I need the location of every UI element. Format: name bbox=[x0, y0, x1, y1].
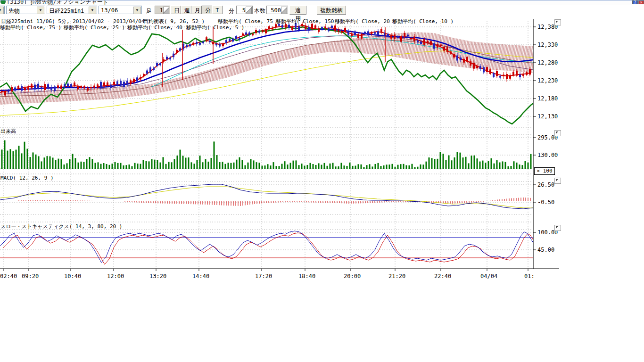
x-axis-label: 02:40 bbox=[0, 273, 17, 280]
x-axis-label: 20:00 bbox=[344, 273, 361, 280]
x-axis-label: 13:20 bbox=[149, 273, 166, 280]
volume-panel-resize-button[interactable] bbox=[554, 130, 561, 136]
macd-panel-label: MACD( 12, 26, 9 ) bbox=[0, 175, 54, 181]
indicator-legend-row-1: 日経225mini 13/06( 5分, 2013/04/02 - 2013/0… bbox=[0, 18, 533, 24]
x-axis-label: 01: bbox=[524, 273, 535, 280]
y-axis-label: 45.00 bbox=[537, 247, 554, 253]
x-axis-label: 09:20 bbox=[22, 273, 39, 280]
y-axis-label: 26.50 bbox=[537, 181, 554, 188]
volume-multiplier-badge: × 100 bbox=[534, 167, 555, 175]
x-axis-label: 21:20 bbox=[388, 273, 405, 280]
legend-item: 移動平均( Close, 40 ) bbox=[127, 24, 189, 31]
chart-window: [3130] 指数先物/オプションチャート ? × ▼ 先物 ▼ 日経225mi… bbox=[0, 0, 644, 362]
y-axis-label: 12,180 bbox=[537, 95, 558, 102]
indicator-legend-row-2: 移動平均( Close, 75 )移動平均( Close, 25 )移動平均( … bbox=[0, 24, 533, 30]
legend-item: 移動平均( Close, 25 ) bbox=[64, 24, 125, 31]
y-axis-label: 12,130 bbox=[537, 113, 558, 120]
x-axis-label: 18:40 bbox=[298, 273, 315, 280]
volume-panel-label: 出来高 bbox=[0, 128, 16, 135]
y-axis-label: -0.50 bbox=[537, 199, 554, 206]
x-axis-label: 17:20 bbox=[255, 273, 272, 280]
legend-item: 移動平均( Close, 75 ) bbox=[0, 24, 61, 31]
chart-plot-area[interactable] bbox=[0, 19, 533, 269]
y-axis-label: 12,230 bbox=[537, 77, 558, 84]
macd-panel-resize-button[interactable] bbox=[554, 178, 561, 184]
y-axis-label: 12,330 bbox=[537, 41, 558, 48]
x-axis-label: 10:40 bbox=[64, 273, 81, 280]
stochastics-panel-label: スロー・ストキャスティクス( 14, 3, 80, 20 ) bbox=[0, 223, 122, 230]
y-axis-label: 12,280 bbox=[537, 59, 558, 66]
x-axis-label: 04/04 bbox=[480, 273, 497, 280]
x-axis-label: 14:40 bbox=[192, 273, 209, 280]
price-panel-resize-button[interactable] bbox=[554, 19, 561, 25]
x-axis-label: 12:00 bbox=[107, 273, 124, 280]
x-axis-label: 22:40 bbox=[434, 273, 451, 280]
stoch-panel-resize-button[interactable] bbox=[554, 225, 561, 231]
y-axis-label: 130.00 bbox=[537, 152, 558, 158]
legend-item: 移動平均( Close, 5 ) bbox=[186, 24, 244, 31]
